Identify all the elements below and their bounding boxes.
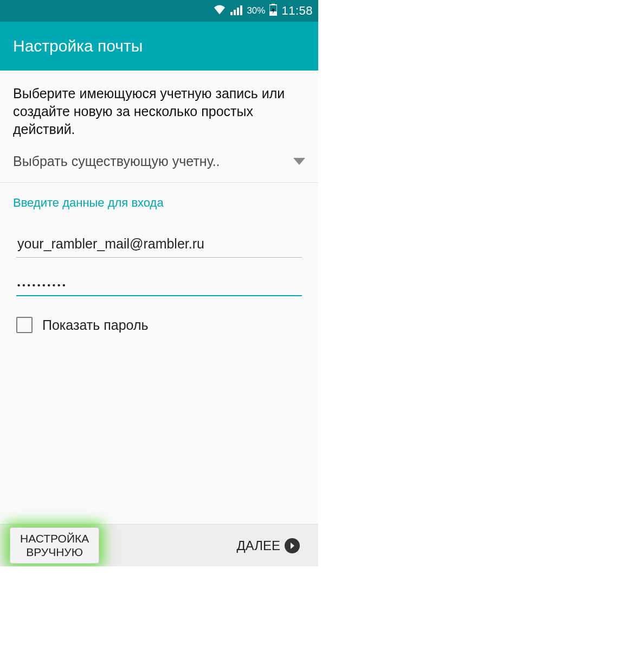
manual-setup-label-line2: ВРУЧНУЮ xyxy=(26,546,83,558)
account-dropdown[interactable]: Выбрать существующую учетну.. xyxy=(0,144,318,183)
manual-setup-button[interactable]: НАСТРОЙКА ВРУЧНУЮ xyxy=(10,527,99,563)
app-header: Настройка почты xyxy=(0,22,318,71)
show-password-row[interactable]: Показать пароль xyxy=(0,296,318,333)
password-field[interactable] xyxy=(16,277,302,296)
signal-icon xyxy=(230,4,242,18)
checkbox-icon[interactable] xyxy=(16,317,33,333)
chevron-down-icon xyxy=(293,158,305,165)
next-button[interactable]: ДАЛЕЕ xyxy=(236,538,300,553)
wifi-icon xyxy=(213,4,226,18)
show-password-label: Показать пароль xyxy=(42,317,149,333)
svg-rect-2 xyxy=(237,8,239,15)
svg-rect-0 xyxy=(230,12,233,15)
email-field[interactable] xyxy=(16,233,302,258)
bottom-bar: НАСТРОЙКА ВРУЧНУЮ ДАЛЕЕ xyxy=(0,524,318,566)
clock: 11:58 xyxy=(281,4,313,18)
battery-percentage: 30% xyxy=(247,5,265,16)
dropdown-label: Выбрать существующую учетну.. xyxy=(13,154,220,169)
intro-text: Выберите имеющуюся учетную запись или со… xyxy=(0,71,318,144)
next-button-label: ДАЛЕЕ xyxy=(236,538,280,553)
battery-charging-icon xyxy=(269,4,277,18)
page-title: Настройка почты xyxy=(13,37,143,55)
chevron-right-icon xyxy=(285,538,300,553)
login-section-label: Введите данные для входа xyxy=(0,183,318,213)
content: Выберите имеющуюся учетную запись или со… xyxy=(0,71,318,333)
manual-setup-label-line1: НАСТРОЙКА xyxy=(20,532,89,545)
status-bar: 30% 11:58 xyxy=(0,0,318,22)
svg-rect-3 xyxy=(240,5,242,15)
phone-screen: 30% 11:58 Настройка почты Выберите имеющ… xyxy=(0,0,318,566)
svg-rect-1 xyxy=(234,10,236,15)
